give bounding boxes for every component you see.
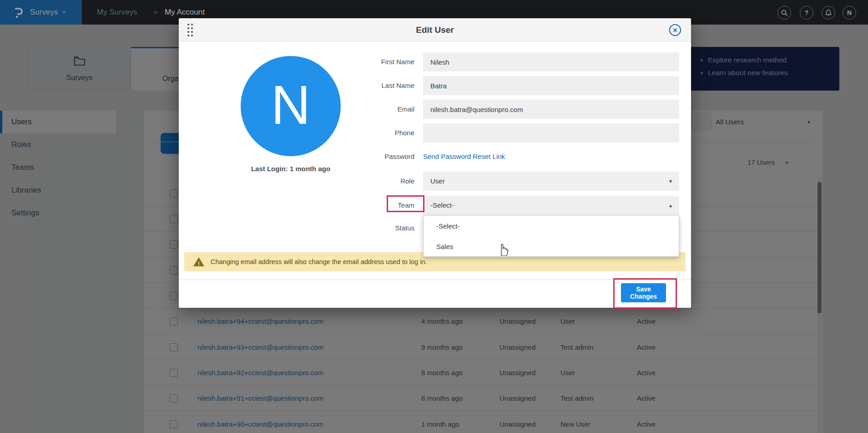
last-name-label: Last Name bbox=[323, 76, 414, 95]
breadcrumb-separator: > bbox=[154, 0, 157, 25]
role-label: Role bbox=[323, 172, 414, 191]
last-name-field[interactable] bbox=[423, 76, 679, 95]
questionpro-logo-icon bbox=[13, 5, 24, 19]
product-label: Surveys bbox=[30, 8, 58, 17]
close-glyph: ✕ bbox=[673, 27, 678, 34]
close-icon[interactable]: ✕ bbox=[669, 24, 681, 36]
phone-field[interactable] bbox=[423, 123, 679, 143]
email-field[interactable] bbox=[423, 100, 679, 119]
annotation-box-team bbox=[387, 195, 424, 212]
password-reset-link[interactable]: Send Password Reset Link bbox=[423, 147, 505, 166]
team-select[interactable]: -Select- ▴ bbox=[423, 196, 679, 215]
avatar-initial: N bbox=[271, 74, 311, 135]
team-option-sales[interactable]: Sales bbox=[424, 236, 679, 257]
password-label: Password bbox=[323, 147, 414, 166]
phone-label: Phone bbox=[323, 123, 414, 143]
first-name-label: First Name bbox=[323, 52, 414, 71]
mouse-cursor-icon bbox=[498, 242, 509, 258]
help-icon[interactable]: ? bbox=[800, 6, 813, 20]
chevron-down-icon: ▾ bbox=[62, 9, 65, 15]
team-dropdown-menu: -Select- Sales bbox=[423, 215, 679, 257]
annotation-box-save bbox=[613, 278, 677, 309]
breadcrumb-parent[interactable]: My Surveys bbox=[97, 0, 137, 25]
avatar-initial: N bbox=[847, 6, 852, 19]
search-icon[interactable] bbox=[777, 6, 791, 20]
modal-title: Edit User bbox=[179, 18, 691, 42]
screen: Surveys ▾ My Surveys > My Account ? N Su… bbox=[0, 0, 868, 433]
role-value: User bbox=[430, 177, 445, 185]
chevron-up-icon: ▴ bbox=[669, 196, 672, 215]
first-name-field[interactable] bbox=[423, 52, 679, 71]
warning-glyph: ! bbox=[198, 261, 200, 267]
edit-user-modal: Edit User ✕ N Last Login: 1 month ago Fi… bbox=[179, 18, 691, 308]
notifications-bell-icon[interactable] bbox=[822, 6, 835, 20]
warning-text: Changing email address will also change … bbox=[211, 252, 427, 271]
status-label: Status bbox=[323, 219, 414, 238]
email-label: Email bbox=[323, 100, 414, 119]
user-avatar-menu[interactable]: N bbox=[843, 6, 856, 20]
chevron-down-icon: ▾ bbox=[669, 172, 672, 191]
help-glyph: ? bbox=[805, 6, 809, 19]
team-value: -Select- bbox=[430, 201, 454, 209]
team-option-select[interactable]: -Select- bbox=[424, 216, 679, 236]
warning-icon: ! bbox=[193, 257, 204, 266]
modal-header: Edit User ✕ bbox=[179, 18, 691, 42]
product-switcher[interactable]: Surveys ▾ bbox=[0, 0, 82, 25]
role-select[interactable]: User ▾ bbox=[423, 172, 679, 191]
